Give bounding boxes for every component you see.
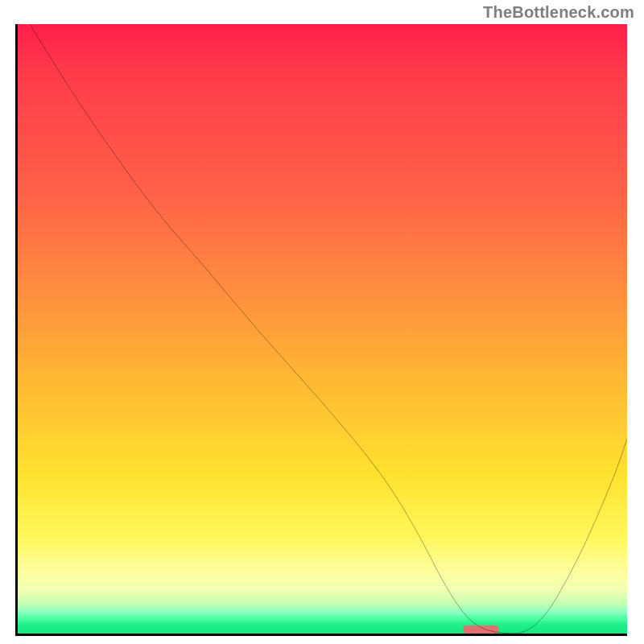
curve-path	[30, 24, 627, 634]
chart-axes	[15, 24, 627, 636]
watermark-text: TheBottleneck.com	[483, 3, 634, 22]
bottleneck-curve	[18, 24, 627, 634]
plot-area	[18, 24, 627, 634]
